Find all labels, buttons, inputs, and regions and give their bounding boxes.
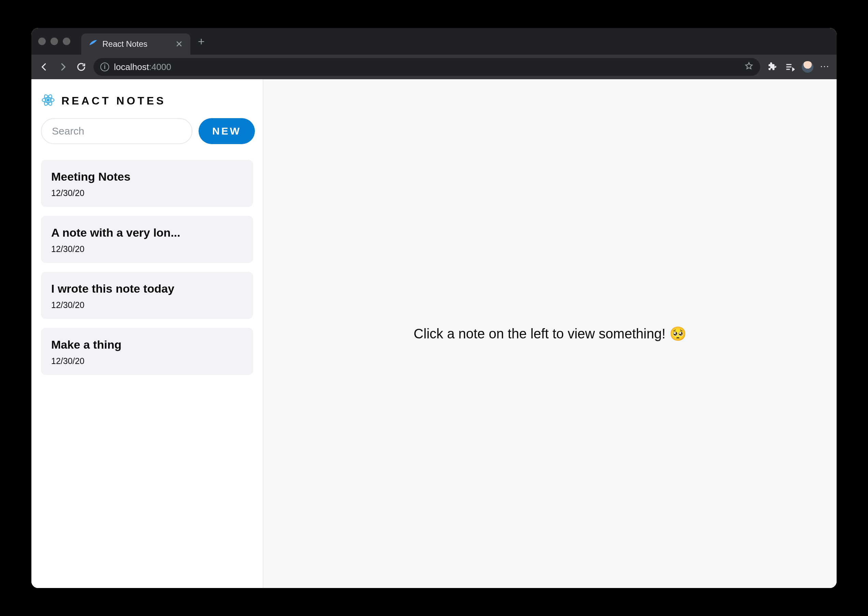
browser-tabstrip: React Notes ✕ + — [31, 28, 837, 55]
sidebar: REACT NOTES NEW Meeting Notes 12/30/20 A… — [31, 79, 263, 588]
browser-tab[interactable]: React Notes ✕ — [81, 33, 190, 55]
empty-state-message: Click a note on the left to view somethi… — [414, 326, 686, 342]
address-bar[interactable]: i localhost:4000 — [94, 58, 760, 76]
react-logo-icon — [41, 93, 55, 108]
note-title: I wrote this note today — [51, 282, 243, 295]
note-title: Make a thing — [51, 338, 243, 351]
svg-point-0 — [47, 99, 50, 101]
note-card[interactable]: Make a thing 12/30/20 — [41, 328, 253, 375]
note-date: 12/30/20 — [51, 300, 243, 310]
forward-button[interactable] — [56, 61, 69, 73]
note-date: 12/30/20 — [51, 356, 243, 366]
note-card[interactable]: Meeting Notes 12/30/20 — [41, 160, 253, 207]
wing-icon — [89, 39, 97, 50]
menu-kebab-icon[interactable]: ⋮ — [819, 62, 830, 72]
sidebar-controls: NEW — [41, 118, 253, 144]
main-panel: Click a note on the left to view somethi… — [263, 79, 837, 588]
playlist-icon[interactable] — [784, 61, 796, 73]
note-date: 12/30/20 — [51, 188, 243, 198]
profile-avatar[interactable] — [802, 61, 813, 73]
back-button[interactable] — [38, 61, 50, 73]
extensions-icon[interactable] — [766, 61, 778, 73]
site-info-icon[interactable]: i — [100, 63, 109, 71]
brand: REACT NOTES — [41, 93, 253, 108]
browser-toolbar: i localhost:4000 ⋮ — [31, 55, 837, 79]
reload-button[interactable] — [75, 61, 87, 73]
tab-title: React Notes — [102, 39, 171, 49]
note-card[interactable]: I wrote this note today 12/30/20 — [41, 272, 253, 319]
new-note-button[interactable]: NEW — [199, 118, 255, 144]
app-root: REACT NOTES NEW Meeting Notes 12/30/20 A… — [31, 79, 837, 588]
note-date: 12/30/20 — [51, 244, 243, 254]
new-tab-button[interactable]: + — [198, 35, 205, 48]
brand-title: REACT NOTES — [61, 94, 166, 107]
notes-list: Meeting Notes 12/30/20 A note with a ver… — [41, 160, 253, 375]
note-card[interactable]: A note with a very lon... 12/30/20 — [41, 216, 253, 263]
window-close-dot[interactable] — [38, 38, 46, 45]
search-input[interactable] — [41, 118, 193, 144]
close-icon[interactable]: ✕ — [175, 39, 183, 50]
url-text: localhost:4000 — [114, 62, 171, 72]
window-maximize-dot[interactable] — [63, 38, 70, 45]
window-controls — [38, 38, 70, 45]
browser-window: React Notes ✕ + i localhost:4000 ⋮ — [31, 28, 837, 588]
bookmark-star-icon[interactable] — [744, 61, 754, 73]
window-minimize-dot[interactable] — [50, 38, 58, 45]
note-title: A note with a very lon... — [51, 226, 243, 239]
note-title: Meeting Notes — [51, 170, 243, 183]
